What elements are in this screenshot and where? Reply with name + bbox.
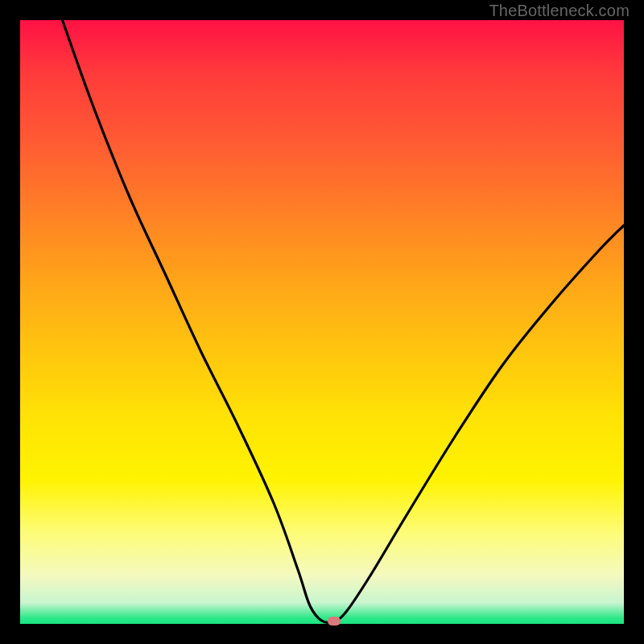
- chart-curve-svg: [20, 20, 624, 624]
- watermark-text: TheBottleneck.com: [489, 2, 630, 20]
- chart-plot-area: [20, 20, 624, 624]
- chart-minimum-marker: [328, 617, 341, 625]
- chart-frame: TheBottleneck.com: [0, 0, 644, 644]
- bottleneck-curve: [63, 20, 625, 622]
